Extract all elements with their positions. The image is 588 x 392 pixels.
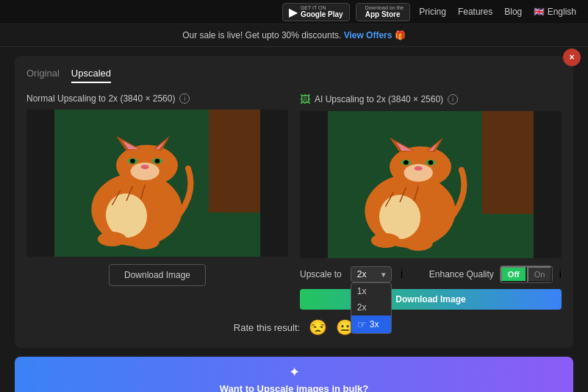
- left-download-button[interactable]: Download Image: [109, 264, 206, 286]
- sale-text: Our sale is live! Get upto 30% discounts…: [182, 30, 341, 40]
- left-image-container: [26, 110, 288, 257]
- tabs: Original Upscaled: [26, 68, 562, 83]
- rating-label: Rate this result:: [234, 322, 300, 333]
- left-cat-image: [54, 110, 260, 257]
- play-icon: ▶: [289, 5, 298, 19]
- google-play-small: GET IT ON: [301, 5, 343, 10]
- quality-info-icon[interactable]: i: [559, 268, 562, 281]
- google-play-large: Google Play: [301, 10, 343, 19]
- left-label-text: Normal Upscaling to 2x (3840 × 2560): [26, 93, 175, 104]
- upscale-select[interactable]: 1x 2x 3x: [351, 266, 392, 282]
- quality-toggle-off[interactable]: Off: [501, 266, 527, 282]
- close-button[interactable]: ×: [563, 49, 581, 66]
- upscale-label: Upscale to: [300, 269, 342, 279]
- sale-banner: Our sale is live! Get upto 30% discounts…: [0, 24, 588, 47]
- nav-links: Pricing Features Blog 🇬🇧 English: [419, 7, 576, 17]
- left-info-icon[interactable]: i: [179, 93, 190, 104]
- rating-sad-button[interactable]: 😒: [309, 318, 327, 336]
- upscale-controls: Upscale to 1x 2x 3x ▼ 1x 2x: [300, 266, 562, 283]
- ai-badge-icon: 🖼: [300, 93, 310, 105]
- right-panel-label: 🖼 AI Upscaling to 2x (3840 × 2560) i: [300, 93, 562, 105]
- nav-language[interactable]: 🇬🇧 English: [534, 7, 576, 17]
- quality-toggle-on[interactable]: On: [527, 266, 553, 282]
- banner-emoji: 🎁: [395, 30, 406, 40]
- rating-area: Rate this result: 😒 😐: [26, 318, 562, 336]
- right-image-container: [300, 111, 562, 258]
- nav-blog[interactable]: Blog: [504, 7, 522, 17]
- dropdown-item-1x[interactable]: 1x: [351, 283, 391, 299]
- right-label-text: AI Upscaling to 2x (3840 × 2560): [315, 94, 443, 104]
- app-store-badge[interactable]: Download on the App Store: [356, 3, 411, 21]
- right-download-button[interactable]: Download Image: [300, 289, 562, 310]
- right-download-row: Download Image: [300, 289, 562, 310]
- quality-controls: Enhance Quality Off On i: [429, 266, 562, 283]
- left-panel: Normal Upscaling to 2x (3840 × 2560) i D…: [26, 93, 288, 310]
- right-panel: 🖼 AI Upscaling to 2x (3840 × 2560) i Ups…: [300, 93, 562, 310]
- upscale-dropdown[interactable]: 1x 2x ☞3x: [351, 282, 392, 334]
- upscale-info-icon[interactable]: i: [401, 268, 404, 281]
- google-play-badge[interactable]: ▶ GET IT ON Google Play: [282, 3, 350, 21]
- dropdown-item-2x[interactable]: 2x: [351, 299, 391, 316]
- store-badges: ▶ GET IT ON Google Play Download on the …: [282, 3, 410, 21]
- top-nav: ▶ GET IT ON Google Play Download on the …: [0, 0, 588, 24]
- upscale-select-wrapper: 1x 2x 3x ▼ 1x 2x ☞3x: [351, 266, 392, 282]
- tab-original[interactable]: Original: [26, 68, 60, 83]
- right-cat-image: [328, 111, 534, 258]
- quality-label: Enhance Quality: [429, 269, 494, 279]
- quality-toggle-group: Off On: [500, 266, 553, 283]
- nav-pricing[interactable]: Pricing: [419, 7, 446, 17]
- cta-icon: ✦: [29, 364, 559, 380]
- main-content: × Original Upscaled Normal Upscaling to …: [15, 56, 573, 348]
- view-offers-link[interactable]: View Offers: [344, 30, 392, 40]
- app-store-small: Download on the: [365, 5, 404, 10]
- cta-star-icon: ✦: [289, 364, 300, 380]
- controls-area: Upscale to 1x 2x 3x ▼ 1x 2x: [300, 266, 562, 310]
- app-store-large: App Store: [365, 10, 404, 19]
- cursor-hand-icon: ☞: [357, 318, 367, 330]
- nav-features[interactable]: Features: [458, 7, 492, 17]
- image-area: Normal Upscaling to 2x (3840 × 2560) i D…: [26, 93, 562, 310]
- right-info-icon[interactable]: i: [448, 94, 458, 104]
- cta-banner[interactable]: ✦ Want to Upscale images in bulk?: [15, 357, 573, 392]
- left-panel-label: Normal Upscaling to 2x (3840 × 2560) i: [26, 93, 288, 104]
- dropdown-item-3x[interactable]: ☞3x: [351, 316, 391, 333]
- cta-title: Want to Upscale images in bulk?: [29, 383, 559, 392]
- tab-upscaled[interactable]: Upscaled: [71, 68, 111, 83]
- ai-badge: 🖼: [300, 93, 310, 105]
